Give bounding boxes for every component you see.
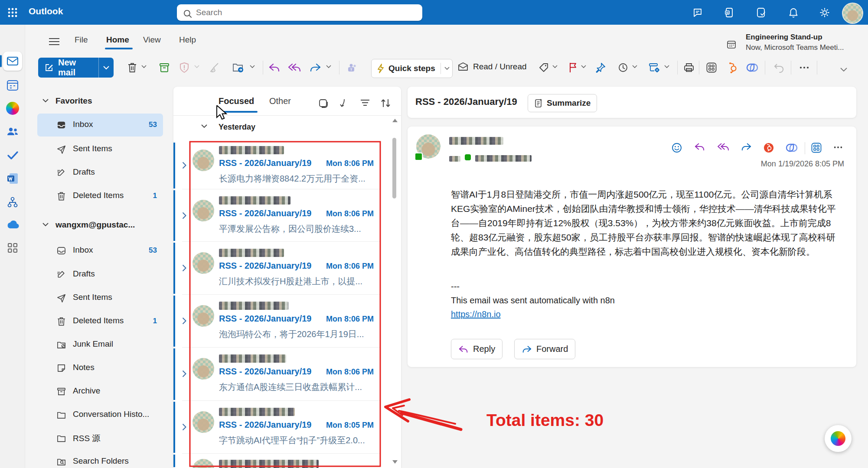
meeting-reminder-subtitle[interactable]: Now, Microsoft Teams Meeti... — [746, 43, 864, 52]
more-options-button[interactable] — [797, 60, 812, 75]
rail-people-button[interactable] — [6, 125, 19, 138]
menu-home[interactable]: Home — [106, 35, 129, 45]
mail-list-item[interactable]: RSS - 2026/January/19 Mon 8:06 PM 长源电力将增… — [173, 142, 393, 189]
new-mail-dropdown[interactable] — [98, 58, 114, 78]
tag-button[interactable] — [536, 60, 551, 75]
folder-account-sent[interactable]: Sent Items — [37, 286, 163, 309]
loop-badge-icon[interactable] — [786, 142, 798, 154]
favorites-header[interactable]: Favorites — [55, 96, 92, 106]
reply-all-icon[interactable] — [717, 142, 729, 154]
folder-account-junk[interactable]: Junk Email — [37, 333, 163, 356]
mail-list-item-partial[interactable] — [173, 454, 393, 468]
expand-chevron-icon[interactable] — [182, 264, 186, 272]
expand-chevron-icon[interactable] — [182, 423, 186, 431]
scrollbar-up-arrow[interactable] — [392, 119, 398, 122]
quick-steps-button[interactable]: Quick steps — [371, 59, 453, 78]
report-dropdown[interactable] — [194, 65, 199, 68]
account-avatar[interactable] — [842, 3, 863, 24]
flag-button[interactable] — [566, 60, 581, 75]
pin-button[interactable] — [593, 60, 608, 75]
delete-button[interactable] — [125, 60, 140, 75]
reply-button-inline[interactable]: Reply — [451, 339, 503, 359]
rail-mail-button[interactable] — [3, 52, 22, 71]
folder-account-deleted[interactable]: Deleted Items 1 — [37, 310, 163, 333]
favorites-collapse-chevron[interactable] — [42, 99, 49, 103]
n8n-link[interactable]: https://n8n.io — [451, 309, 501, 319]
report-button[interactable] — [177, 60, 192, 75]
forward-dropdown[interactable] — [326, 65, 331, 68]
loop-icon[interactable] — [745, 60, 760, 75]
rail-todo-button[interactable] — [6, 149, 19, 162]
summarize-button[interactable]: Summarize — [528, 94, 597, 112]
folder-favorites-sent[interactable]: Sent Items — [37, 138, 163, 161]
tab-focused[interactable]: Focused — [219, 96, 254, 106]
menu-help[interactable]: Help — [179, 35, 196, 45]
menu-file[interactable]: File — [75, 35, 88, 45]
notebook-feed-icon[interactable]: N — [723, 6, 735, 19]
reply-button[interactable] — [267, 60, 282, 75]
sweep-button[interactable] — [207, 60, 222, 75]
scrollbar-thumb[interactable] — [392, 138, 396, 198]
folder-account-search-folders[interactable]: Search Folders — [37, 450, 163, 468]
rail-onedrive-button[interactable] — [6, 219, 19, 232]
collapse-ribbon-button[interactable] — [840, 68, 847, 72]
move-to-dropdown[interactable] — [250, 65, 255, 68]
folder-favorites-inbox[interactable]: Inbox 53 — [37, 114, 163, 136]
rail-calendar-button[interactable] — [6, 78, 19, 91]
expand-chevron-icon[interactable] — [182, 162, 186, 169]
folder-favorites-drafts[interactable]: Drafts — [37, 161, 163, 184]
todo-icon[interactable] — [755, 6, 767, 19]
folder-account-conversation-history[interactable]: Conversation Histo... — [37, 403, 163, 426]
notifications-icon[interactable] — [787, 6, 799, 19]
menu-view[interactable]: View — [143, 35, 161, 45]
folder-account-notes[interactable]: Notes — [37, 357, 163, 380]
mail-list-item[interactable]: RSS - 2026/January/19 Mon 8:06 PM 汇川技术拟发… — [173, 242, 393, 295]
folder-account-drafts[interactable]: Drafts — [37, 263, 163, 286]
move-down-icon[interactable] — [339, 98, 351, 109]
folder-account-archive[interactable]: Archive — [37, 380, 163, 403]
rules-button[interactable] — [647, 60, 662, 75]
apps-button[interactable] — [704, 60, 719, 75]
snooze-dropdown[interactable] — [632, 65, 637, 68]
tag-dropdown[interactable] — [552, 65, 558, 68]
rail-copilot-button[interactable] — [6, 102, 19, 115]
expand-chevron-icon[interactable] — [182, 317, 186, 325]
rail-more-apps-button[interactable] — [6, 241, 19, 254]
mail-list-item[interactable]: RSS - 2026/January/19 Mon 8:06 PM 平潭发展公告… — [173, 189, 393, 242]
folder-favorites-deleted[interactable]: Deleted Items 1 — [37, 185, 163, 208]
rail-org-chart-button[interactable] — [6, 196, 19, 209]
rules-dropdown[interactable] — [664, 65, 669, 68]
group-header-yesterday[interactable]: Yesterday — [173, 116, 393, 140]
group-collapse-chevron[interactable] — [201, 124, 207, 128]
select-messages-icon[interactable] — [318, 98, 329, 109]
quick-steps-dropdown[interactable] — [444, 67, 450, 70]
share-teams-button[interactable]: T — [345, 60, 360, 75]
move-to-button[interactable] — [231, 60, 245, 75]
meeting-reminder-title[interactable]: Engineering Stand-up — [746, 33, 822, 42]
forward-button[interactable] — [308, 60, 323, 75]
teams-chat-icon[interactable] — [692, 6, 704, 19]
read-unread-button[interactable]: Read / Unread — [457, 62, 527, 72]
message-more-options[interactable] — [833, 146, 845, 158]
rail-word-button[interactable] — [6, 172, 19, 185]
tab-other[interactable]: Other — [269, 96, 291, 106]
apps-grid-icon[interactable] — [811, 142, 823, 154]
sort-icon[interactable] — [380, 98, 391, 109]
mail-list-item[interactable]: RSS - 2026/January/19 Mon 8:06 PM 泡泡玛特公布… — [173, 295, 393, 348]
hubspot-icon[interactable] — [725, 60, 740, 75]
undo-button[interactable] — [772, 60, 786, 75]
folder-account-inbox[interactable]: Inbox 53 — [37, 239, 163, 262]
account-header[interactable]: wangxm@gpustac... — [55, 220, 135, 230]
reply-icon[interactable] — [694, 142, 706, 154]
reply-all-button[interactable] — [287, 60, 302, 75]
archive-button[interactable] — [157, 60, 172, 75]
account-collapse-chevron[interactable] — [42, 223, 49, 227]
hubspot-badge-icon[interactable] — [763, 142, 775, 154]
forward-button-inline[interactable]: Forward — [514, 339, 575, 359]
copilot-fab[interactable] — [825, 425, 852, 452]
mail-list-item[interactable]: RSS - 2026/January/19 Mon 8:05 PM 字节跳动AI… — [173, 401, 393, 454]
folder-account-rss[interactable]: RSS 源 — [37, 427, 163, 450]
reactions-smiley-icon[interactable] — [671, 142, 683, 154]
hamburger-icon[interactable] — [49, 37, 60, 46]
scrollbar-down-arrow[interactable] — [392, 460, 398, 464]
